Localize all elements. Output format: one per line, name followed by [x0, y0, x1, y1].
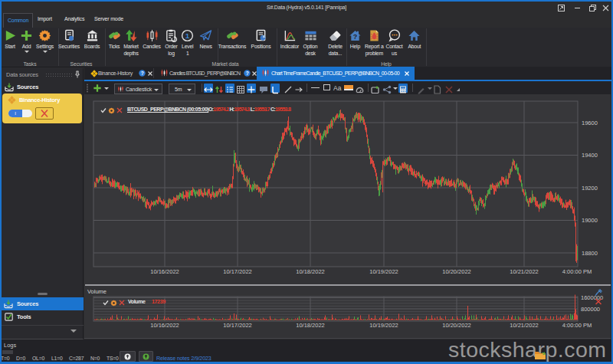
svg-text:18800: 18800: [582, 250, 598, 257]
svg-text:?: ?: [141, 71, 144, 76]
svg-text:10/20/2022: 10/20/2022: [442, 268, 471, 275]
svg-text:19000: 19000: [582, 217, 598, 224]
svg-text:10/18/2022: 10/18/2022: [296, 268, 325, 275]
svg-text:4:00:00 PM: 4:00:00 PM: [562, 322, 592, 329]
svg-text:800000: 800000: [581, 306, 600, 313]
svg-text:19600: 19600: [582, 120, 598, 126]
svg-text:?: ?: [246, 71, 249, 76]
svg-text:10/18/2022: 10/18/2022: [296, 322, 325, 329]
svg-text:10/16/2022: 10/16/2022: [150, 268, 179, 275]
svg-text:19400: 19400: [582, 152, 598, 159]
svg-text:10/19/2022: 10/19/2022: [369, 268, 398, 275]
svg-text:4:00:00 PM: 4:00:00 PM: [562, 268, 592, 275]
svg-text:10/17/2022: 10/17/2022: [223, 322, 252, 329]
svg-text:10/16/2022: 10/16/2022: [150, 322, 179, 329]
svg-text:10/21/2022: 10/21/2022: [510, 322, 539, 329]
svg-text:10/19/2022: 10/19/2022: [369, 322, 398, 329]
svg-text:10/17/2022: 10/17/2022: [223, 268, 252, 275]
svg-text:19200: 19200: [582, 185, 598, 192]
svg-text:10/20/2022: 10/20/2022: [442, 322, 471, 329]
svg-text:10/21/2022: 10/21/2022: [510, 268, 539, 275]
